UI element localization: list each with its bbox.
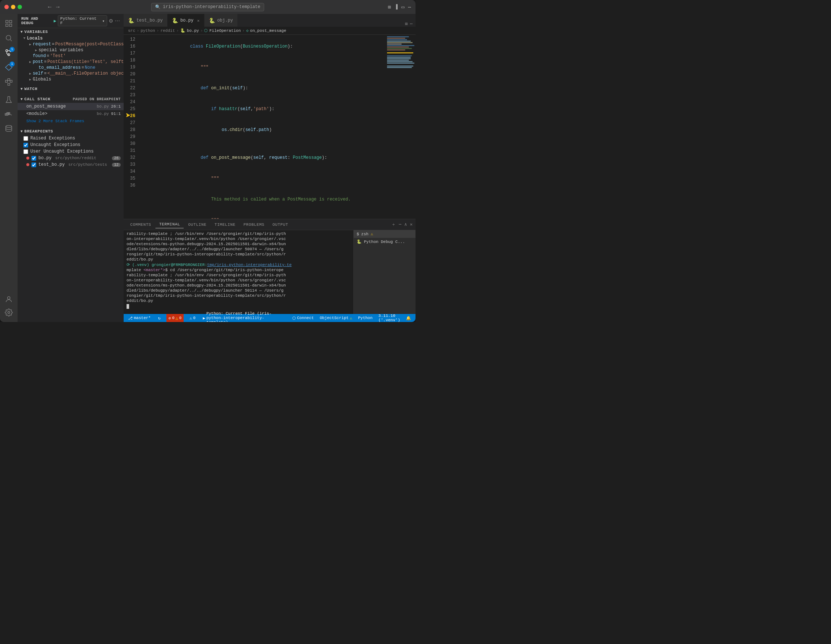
search-bar[interactable]: 🔍 iris-python-interoperability-template [151,3,264,11]
breakpoints-section-header[interactable]: ▼ BREAKPOINTS [18,128,124,135]
tab-obj[interactable]: 🐍 obj.py [204,14,238,27]
locals-header[interactable]: ▼ Locals [18,35,124,41]
split-editor-icon[interactable]: ⊞ [405,21,408,27]
term-line-2: on-interoperability-template/.venv/bin/p… [127,237,350,241]
term-prompt-2: mplate <master*>$ cd /Users/grongier/git… [127,268,350,272]
panel-tab-timeline[interactable]: TIMELINE [211,221,239,228]
term-tab-zsh[interactable]: $ zsh ⚠ [354,230,416,238]
panel-tab-terminal[interactable]: TERMINAL [156,221,184,228]
more-icon[interactable]: ⋯ [408,4,411,10]
bp-user-checkbox[interactable] [24,149,28,154]
terminal-main[interactable]: rability-template ; /usr/bin/env /Users/… [124,230,353,314]
panel-tab-output[interactable]: OUTPUT [269,221,292,228]
status-connect[interactable]: ⬡ Connect [291,316,315,320]
var-request[interactable]: ▶ request = PostMessage(post=PostClass(t… [18,41,124,47]
panel: COMMENTS TERMINAL OUTLINE TIMELINE PROBL… [124,219,416,314]
svg-point-20 [7,297,10,299]
status-debug-config[interactable]: ▶ Python: Current File (iris-python-inte… [202,311,287,322]
activity-bottom [2,293,15,322]
panel-tab-problems[interactable]: PROBLEMS [240,221,268,228]
activity-source-control[interactable]: 1 [2,46,15,59]
panel-icon[interactable]: ▭ [401,4,404,10]
activity-search[interactable] [2,32,15,45]
activity-settings[interactable] [2,306,15,319]
debug-config-selector[interactable]: Python: Current F ▾ [58,15,107,26]
bp-file-bo[interactable]: bo.py src/python/reddit 26 [18,155,124,161]
activity-explorer[interactable] [2,17,15,30]
bc-method[interactable]: on_post_message [250,29,287,33]
sidebar-icon[interactable]: ▐ [395,4,398,10]
var-email[interactable]: ▶ to_email_address = None [18,65,124,71]
status-language[interactable]: Python [357,316,374,320]
status-warnings2[interactable]: ⚠ 0 [188,316,197,320]
term-line-11: rongier/git/tmp/iris-python-interoperabi… [127,293,350,298]
minimize-button[interactable] [11,5,15,9]
variables-section-header[interactable]: ▼ VARIABLES [18,28,124,35]
stack-frame-1[interactable]: <module> bo.py 91:1 [18,110,124,118]
bc-reddit[interactable]: reddit [161,29,175,33]
panel-tab-outline[interactable]: OUTLINE [184,221,210,228]
tab-bo[interactable]: 🐍 bo.py ✕ [167,14,204,27]
bc-file-op[interactable]: FileOperation [209,29,241,33]
tab-test-bo-icon: 🐍 [128,18,134,24]
debug-settings-button[interactable]: ⚙ [108,18,113,24]
panel-add-icon[interactable]: ＋ [392,222,396,228]
svg-rect-2 [6,24,8,26]
var-self-val: <__main__.FileOperation object at 0... [47,71,124,76]
term-line-9: ode/extensions/ms-python.debugpy-2024.15… [127,283,350,288]
tab-bo-close[interactable]: ✕ [197,18,200,23]
term-tab-debug[interactable]: 🐍 Python Debug C... [354,238,416,245]
svg-point-21 [8,311,10,314]
activity-extensions[interactable] [2,75,15,89]
bc-bo[interactable]: bo.py [187,29,199,33]
bp-uncaught-checkbox[interactable] [24,143,28,147]
var-found[interactable]: ▶ found = 'Test' [18,53,124,59]
panel-tab-comments[interactable]: COMMENTS [127,221,155,228]
bp-bo-checkbox[interactable] [32,156,36,161]
panel-more-icon[interactable]: ⋯ [399,222,401,227]
tabs-more-icon[interactable]: ⋯ [410,21,412,27]
debug-more-button[interactable]: ⋯ [115,18,120,24]
run-debug-label: RUN AND DEBUG [21,16,52,25]
prompt-cont: mplate [127,268,143,272]
bc-src[interactable]: src [128,29,135,33]
forward-button[interactable]: → [55,4,61,10]
code-content[interactable]: class FileOperation(BusinessOperation): … [138,35,386,219]
status-sync[interactable]: ↻ [156,316,162,320]
panel-up-icon[interactable]: ∧ [404,222,407,227]
status-branch[interactable]: ⎇ master* [127,316,152,320]
term-cursor [127,304,350,309]
status-errors[interactable]: ⊘ 0 △ 0 [166,314,184,322]
bp-file-test[interactable]: test_bo.py src/python/tests 12 [18,161,124,168]
var-self[interactable]: ▶ self = <__main__.FileOperation object … [18,71,124,77]
activity-docker[interactable] [2,108,15,121]
status-notifications[interactable]: 🔔 [404,316,412,320]
watch-section-header[interactable]: ▼ WATCH [18,85,124,92]
warn-triangle-icon: △ [175,316,178,320]
back-button[interactable]: ← [47,4,53,10]
var-special[interactable]: ▶ special variables [18,47,124,53]
run-icon[interactable]: ▶ [54,18,56,24]
debug-config-label: Python: Current F [60,16,101,25]
panel-close-icon[interactable]: ✕ [410,222,412,227]
activity-person[interactable] [2,293,15,306]
var-post[interactable]: ▶ post = PostClass(title='Test', selftex… [18,59,124,65]
show-more-frames[interactable]: Show 2 More Stack Frames [18,118,124,125]
terminal-sidebar: $ zsh ⚠ 🐍 Python Debug C... [353,230,416,314]
call-stack-header[interactable]: ▼ CALL STACK Paused on breakpoint [18,96,124,103]
bp-raised-checkbox[interactable] [24,136,28,141]
globals-header[interactable]: ▶ Globals [18,77,124,82]
code-line-17: def on_init(self): [141,78,386,99]
activity-database[interactable] [2,122,15,135]
tab-test-bo[interactable]: 🐍 test_bo.py [124,14,167,27]
status-objectscript[interactable]: ObjectScript ⚠ [318,316,354,320]
activity-flask[interactable] [2,93,15,106]
maximize-button[interactable] [18,5,22,9]
close-button[interactable] [5,5,9,9]
bp-test-checkbox[interactable] [32,163,36,167]
status-version[interactable]: 3.11.10 ('.venv') [377,314,401,322]
stack-frame-0[interactable]: on_post_message bo.py 26:1 [18,103,124,110]
bc-python[interactable]: python [140,29,155,33]
activity-debug[interactable]: 1 [2,61,15,74]
layout-icon[interactable]: ⊞ [388,4,391,10]
